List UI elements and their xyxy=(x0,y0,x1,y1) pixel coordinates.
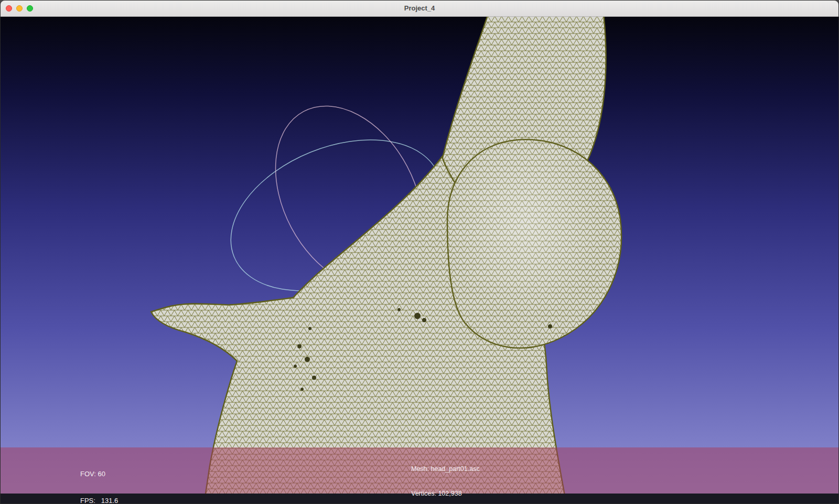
mesh-render-canvas[interactable] xyxy=(1,16,838,503)
hud-right-block: Mesh: head_part01.asc Vertices: 102,938 … xyxy=(411,449,480,503)
hud-vertex-count: Vertices: 102,938 xyxy=(411,490,480,498)
hud-overlay-bar: FOV: 60 FPS: 131.6 BO_RENDERING Mesh: he… xyxy=(1,447,838,494)
hud-left-block: FOV: 60 FPS: 131.6 BO_RENDERING xyxy=(80,452,135,503)
mesh-viewport[interactable]: FOV: 60 FPS: 131.6 BO_RENDERING Mesh: he… xyxy=(1,16,838,503)
hud-fov: FOV: 60 xyxy=(80,469,135,478)
hud-fps: FPS: 131.6 xyxy=(80,496,135,503)
window-title: Project_4 xyxy=(1,1,838,16)
mesh-lobe-highlight xyxy=(447,139,621,348)
hud-mesh-name: Mesh: head_part01.asc xyxy=(411,465,480,474)
window-titlebar[interactable]: Project_4 xyxy=(1,1,838,17)
application-window: Project_4 xyxy=(0,0,839,504)
